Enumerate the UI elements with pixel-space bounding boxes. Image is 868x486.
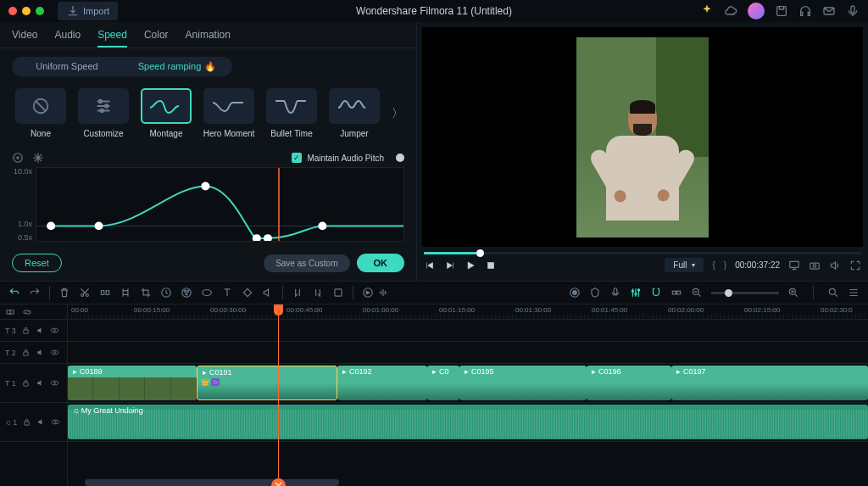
tab-animation[interactable]: Animation [186, 29, 231, 47]
snap-icon[interactable] [650, 287, 662, 299]
preset-bullet[interactable]: Bullet Time [263, 88, 320, 138]
lock-icon[interactable] [21, 326, 31, 335]
marker-in-icon[interactable] [292, 287, 303, 299]
chevron-right-icon[interactable]: 〉 [392, 106, 403, 121]
track-head-t1[interactable]: T 1 [0, 364, 67, 403]
eye-icon[interactable] [50, 348, 59, 357]
maintain-pitch-checkbox[interactable]: ✓ Maintain Audio Pitch [292, 153, 404, 163]
mic-icon[interactable] [846, 4, 860, 18]
preset-jumper[interactable]: Jumper [326, 88, 383, 138]
preview-viewport[interactable] [422, 27, 863, 247]
clip-audio[interactable]: ♫My Great Undoing [68, 405, 868, 439]
add-keyframe-icon[interactable] [12, 152, 24, 164]
clip-video[interactable]: ▸C0192 [337, 366, 427, 400]
track-a1[interactable]: ♫My Great Undoing [68, 403, 868, 442]
eye-icon[interactable] [50, 378, 59, 388]
fullscreen-icon[interactable] [849, 260, 861, 271]
volume-icon[interactable] [829, 260, 841, 271]
color-icon[interactable] [181, 287, 192, 299]
timeline-tracks[interactable]: 00:00 00:00:15:00 00:00:30:00 00:00:45:0… [68, 304, 868, 486]
mail-icon[interactable] [822, 4, 836, 18]
record-icon[interactable] [569, 287, 581, 299]
cut-icon[interactable] [79, 287, 91, 299]
clip-video[interactable]: ▸C0195 [459, 366, 587, 400]
tab-speed[interactable]: Speed [97, 29, 127, 47]
mute-icon[interactable] [36, 348, 45, 357]
mute-icon[interactable] [36, 417, 46, 427]
track-head-t2[interactable]: T 2 [0, 342, 67, 364]
speed-graph[interactable]: 10.0x 1.0x 0.5x [12, 167, 404, 242]
clip-video[interactable]: ▸C0189 [68, 366, 197, 400]
save-icon[interactable] [775, 4, 788, 18]
volume-tool-icon[interactable] [262, 287, 274, 299]
prev-frame-icon[interactable] [424, 260, 436, 271]
reset-button[interactable]: Reset [12, 254, 62, 272]
marker-out-icon[interactable] [312, 287, 324, 299]
zoom-fit-icon[interactable] [827, 287, 839, 299]
play-icon[interactable] [465, 260, 476, 271]
ok-button[interactable]: OK [357, 254, 405, 272]
mixer-icon[interactable] [630, 287, 642, 299]
cloud-icon[interactable] [724, 4, 737, 18]
undo-icon[interactable] [8, 287, 20, 299]
marker-icon[interactable] [589, 287, 601, 299]
tab-video[interactable]: Video [12, 29, 37, 47]
track-t2[interactable] [68, 342, 868, 364]
speed-icon[interactable] [160, 287, 172, 299]
mask-icon[interactable] [201, 287, 213, 299]
auto-ripple-icon[interactable] [670, 287, 682, 299]
preset-hero[interactable]: Hero Moment [200, 88, 258, 138]
delete-icon[interactable] [58, 287, 70, 299]
playhead[interactable] [278, 304, 279, 486]
avatar[interactable] [748, 3, 765, 20]
save-custom-button[interactable]: Save as Custom [264, 254, 349, 272]
sparkle-icon[interactable] [700, 4, 714, 18]
preset-customize[interactable]: Customize [75, 88, 132, 138]
crop-icon[interactable] [140, 287, 152, 299]
voiceover-icon[interactable] [609, 287, 621, 299]
clip-video-selected[interactable]: ▸C0191👑 fx [197, 366, 337, 400]
zoom-out-icon[interactable] [691, 287, 703, 299]
text-icon[interactable] [221, 287, 233, 299]
minimize-window-icon[interactable] [22, 7, 31, 15]
render-icon[interactable] [362, 287, 374, 299]
trim-icon[interactable] [120, 287, 131, 299]
ruler[interactable]: 00:00 00:00:15:00 00:00:30:00 00:00:45:0… [68, 304, 868, 320]
eye-icon[interactable] [51, 417, 60, 427]
track-head-t3[interactable]: T 3 [0, 320, 67, 342]
zoom-in-icon[interactable] [787, 287, 799, 299]
clip-video[interactable]: ▸C0196 [587, 366, 671, 400]
track-t1[interactable]: ▸C0189 ▸C0191👑 fx ▸C0192 ▸C0 ▸C0195 ▸C01… [68, 364, 868, 403]
snowflake-icon[interactable] [32, 152, 44, 164]
preview-progress[interactable] [424, 252, 861, 254]
eye-icon[interactable] [50, 326, 59, 335]
mute-icon[interactable] [36, 378, 45, 388]
lock-icon[interactable] [22, 417, 31, 427]
headphones-icon[interactable] [798, 4, 812, 18]
timeline-settings-icon[interactable] [848, 287, 860, 299]
group-icon[interactable] [332, 287, 344, 299]
lock-icon[interactable] [21, 378, 31, 388]
tab-color[interactable]: Color [144, 29, 169, 47]
quality-select[interactable]: Full▾ [665, 258, 704, 272]
stop-icon[interactable] [485, 260, 497, 271]
add-track-icon[interactable] [5, 307, 15, 317]
clip-video[interactable]: ▸C0 [427, 366, 459, 400]
keyframe-icon[interactable] [242, 287, 253, 299]
tab-audio[interactable]: Audio [54, 29, 81, 47]
pitch-slider-knob[interactable] [396, 154, 404, 162]
scrollbar-horizontal[interactable] [85, 479, 339, 486]
redo-icon[interactable] [29, 287, 41, 299]
track-t3[interactable] [68, 320, 868, 342]
preset-none[interactable]: None [12, 88, 70, 138]
subtab-ramping[interactable]: Speed ramping🔥 [122, 57, 232, 76]
split-icon[interactable] [99, 287, 111, 299]
import-button[interactable]: Import [58, 2, 118, 20]
subtab-uniform[interactable]: Uniform Speed [12, 57, 122, 76]
zoom-slider[interactable] [711, 292, 779, 294]
close-window-icon[interactable] [8, 7, 17, 15]
mute-icon[interactable] [36, 326, 45, 335]
clip-video[interactable]: ▸C0197 [671, 366, 868, 400]
next-frame-icon[interactable] [444, 260, 456, 271]
maximize-window-icon[interactable] [36, 7, 44, 15]
